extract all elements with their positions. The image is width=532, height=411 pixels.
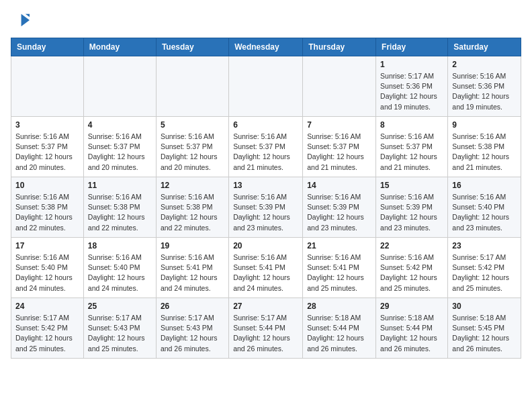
- calendar-cell: [229, 56, 303, 117]
- day-number: 3: [15, 120, 79, 130]
- day-info: Sunrise: 5:17 AM Sunset: 5:42 PM Dayligh…: [15, 313, 79, 354]
- day-number: 13: [233, 181, 298, 190]
- calendar-cell: 16Sunrise: 5:16 AM Sunset: 5:40 PM Dayli…: [448, 177, 521, 238]
- calendar-cell: 14Sunrise: 5:16 AM Sunset: 5:39 PM Dayli…: [303, 177, 376, 238]
- day-info: Sunrise: 5:17 AM Sunset: 5:36 PM Dayligh…: [380, 71, 443, 112]
- calendar-cell: 3Sunrise: 5:16 AM Sunset: 5:37 PM Daylig…: [11, 117, 84, 177]
- calendar-table: SundayMondayTuesdayWednesdayThursdayFrid…: [11, 38, 521, 359]
- day-info: Sunrise: 5:16 AM Sunset: 5:41 PM Dayligh…: [233, 253, 298, 293]
- day-info: Sunrise: 5:18 AM Sunset: 5:44 PM Dayligh…: [380, 313, 443, 354]
- day-info: Sunrise: 5:16 AM Sunset: 5:37 PM Dayligh…: [380, 132, 443, 173]
- calendar-cell: 1Sunrise: 5:17 AM Sunset: 5:36 PM Daylig…: [376, 56, 448, 117]
- day-info: Sunrise: 5:16 AM Sunset: 5:37 PM Dayligh…: [307, 132, 371, 173]
- day-number: 24: [15, 302, 79, 311]
- weekday-header-wednesday: Wednesday: [229, 38, 303, 56]
- calendar-cell: 17Sunrise: 5:16 AM Sunset: 5:40 PM Dayli…: [11, 238, 84, 298]
- calendar-cell: 15Sunrise: 5:16 AM Sunset: 5:39 PM Dayli…: [376, 177, 448, 238]
- day-number: 5: [161, 120, 224, 130]
- calendar-cell: 12Sunrise: 5:16 AM Sunset: 5:38 PM Dayli…: [156, 177, 228, 238]
- day-info: Sunrise: 5:16 AM Sunset: 5:37 PM Dayligh…: [233, 132, 298, 173]
- calendar-week-5: 24Sunrise: 5:17 AM Sunset: 5:42 PM Dayli…: [11, 298, 521, 359]
- day-number: 28: [307, 302, 371, 311]
- calendar-cell: 13Sunrise: 5:16 AM Sunset: 5:39 PM Dayli…: [229, 177, 303, 238]
- day-number: 2: [452, 60, 517, 69]
- day-info: Sunrise: 5:16 AM Sunset: 5:37 PM Dayligh…: [15, 132, 79, 173]
- calendar-cell: 10Sunrise: 5:16 AM Sunset: 5:38 PM Dayli…: [11, 177, 84, 238]
- calendar-cell: 22Sunrise: 5:16 AM Sunset: 5:42 PM Dayli…: [376, 238, 448, 298]
- weekday-header-thursday: Thursday: [303, 38, 376, 56]
- weekday-header-friday: Friday: [376, 38, 448, 56]
- day-number: 21: [307, 241, 371, 250]
- calendar-cell: 27Sunrise: 5:17 AM Sunset: 5:44 PM Dayli…: [229, 298, 303, 359]
- calendar-cell: 24Sunrise: 5:17 AM Sunset: 5:42 PM Dayli…: [11, 298, 84, 359]
- calendar-cell: 5Sunrise: 5:16 AM Sunset: 5:37 PM Daylig…: [156, 117, 228, 177]
- day-info: Sunrise: 5:16 AM Sunset: 5:41 PM Dayligh…: [307, 253, 371, 293]
- day-number: 25: [88, 302, 152, 311]
- day-info: Sunrise: 5:16 AM Sunset: 5:42 PM Dayligh…: [380, 253, 443, 293]
- weekday-header-saturday: Saturday: [448, 38, 521, 56]
- calendar-cell: 8Sunrise: 5:16 AM Sunset: 5:37 PM Daylig…: [376, 117, 448, 177]
- day-info: Sunrise: 5:16 AM Sunset: 5:39 PM Dayligh…: [307, 192, 371, 233]
- day-info: Sunrise: 5:18 AM Sunset: 5:44 PM Dayligh…: [307, 313, 371, 354]
- calendar-cell: [11, 56, 84, 117]
- day-number: 9: [452, 120, 517, 130]
- day-number: 26: [161, 302, 224, 311]
- day-info: Sunrise: 5:17 AM Sunset: 5:43 PM Dayligh…: [161, 313, 224, 354]
- day-info: Sunrise: 5:16 AM Sunset: 5:37 PM Dayligh…: [161, 132, 224, 173]
- day-info: Sunrise: 5:16 AM Sunset: 5:40 PM Dayligh…: [452, 192, 517, 233]
- calendar-week-2: 3Sunrise: 5:16 AM Sunset: 5:37 PM Daylig…: [11, 117, 521, 177]
- day-number: 17: [15, 241, 79, 250]
- day-number: 19: [161, 241, 224, 250]
- day-info: Sunrise: 5:16 AM Sunset: 5:39 PM Dayligh…: [233, 192, 298, 233]
- day-number: 4: [88, 120, 152, 130]
- day-number: 1: [380, 60, 443, 69]
- calendar-cell: 18Sunrise: 5:16 AM Sunset: 5:40 PM Dayli…: [83, 238, 156, 298]
- day-info: Sunrise: 5:16 AM Sunset: 5:36 PM Dayligh…: [452, 71, 517, 112]
- day-number: 12: [161, 181, 224, 190]
- calendar-cell: 29Sunrise: 5:18 AM Sunset: 5:44 PM Dayli…: [376, 298, 448, 359]
- calendar-cell: 23Sunrise: 5:17 AM Sunset: 5:42 PM Dayli…: [448, 238, 521, 298]
- calendar-cell: 30Sunrise: 5:18 AM Sunset: 5:45 PM Dayli…: [448, 298, 521, 359]
- day-number: 11: [88, 181, 152, 190]
- day-info: Sunrise: 5:16 AM Sunset: 5:37 PM Dayligh…: [88, 132, 152, 173]
- day-number: 7: [307, 120, 371, 130]
- calendar-cell: [83, 56, 156, 117]
- weekday-header-tuesday: Tuesday: [156, 38, 228, 56]
- calendar-cell: 11Sunrise: 5:16 AM Sunset: 5:38 PM Dayli…: [83, 177, 156, 238]
- day-number: 30: [452, 302, 517, 311]
- day-number: 10: [15, 181, 79, 190]
- day-number: 15: [380, 181, 443, 190]
- calendar-cell: 6Sunrise: 5:16 AM Sunset: 5:37 PM Daylig…: [229, 117, 303, 177]
- weekday-header-sunday: Sunday: [11, 38, 84, 56]
- day-number: 23: [452, 241, 517, 250]
- day-info: Sunrise: 5:16 AM Sunset: 5:41 PM Dayligh…: [161, 253, 224, 293]
- calendar-cell: 4Sunrise: 5:16 AM Sunset: 5:37 PM Daylig…: [83, 117, 156, 177]
- day-info: Sunrise: 5:16 AM Sunset: 5:40 PM Dayligh…: [88, 253, 152, 293]
- day-number: 16: [452, 181, 517, 190]
- day-number: 22: [380, 241, 443, 250]
- day-info: Sunrise: 5:17 AM Sunset: 5:44 PM Dayligh…: [233, 313, 298, 354]
- calendar-week-4: 17Sunrise: 5:16 AM Sunset: 5:40 PM Dayli…: [11, 238, 521, 298]
- day-info: Sunrise: 5:16 AM Sunset: 5:38 PM Dayligh…: [452, 132, 517, 173]
- weekday-header-monday: Monday: [83, 38, 156, 56]
- day-info: Sunrise: 5:16 AM Sunset: 5:38 PM Dayligh…: [15, 192, 79, 233]
- day-info: Sunrise: 5:17 AM Sunset: 5:42 PM Dayligh…: [452, 253, 517, 293]
- logo-icon: [11, 11, 30, 30]
- calendar-cell: [156, 56, 228, 117]
- page-header: [11, 11, 521, 30]
- day-number: 6: [233, 120, 298, 130]
- day-info: Sunrise: 5:17 AM Sunset: 5:43 PM Dayligh…: [88, 313, 152, 354]
- day-number: 20: [233, 241, 298, 250]
- calendar-week-3: 10Sunrise: 5:16 AM Sunset: 5:38 PM Dayli…: [11, 177, 521, 238]
- day-info: Sunrise: 5:16 AM Sunset: 5:40 PM Dayligh…: [15, 253, 79, 293]
- weekday-header-row: SundayMondayTuesdayWednesdayThursdayFrid…: [11, 38, 521, 56]
- calendar-cell: 25Sunrise: 5:17 AM Sunset: 5:43 PM Dayli…: [83, 298, 156, 359]
- calendar-cell: 7Sunrise: 5:16 AM Sunset: 5:37 PM Daylig…: [303, 117, 376, 177]
- day-number: 18: [88, 241, 152, 250]
- day-number: 14: [307, 181, 371, 190]
- day-number: 8: [380, 120, 443, 130]
- calendar-cell: 26Sunrise: 5:17 AM Sunset: 5:43 PM Dayli…: [156, 298, 228, 359]
- calendar-cell: 21Sunrise: 5:16 AM Sunset: 5:41 PM Dayli…: [303, 238, 376, 298]
- calendar-week-1: 1Sunrise: 5:17 AM Sunset: 5:36 PM Daylig…: [11, 56, 521, 117]
- day-info: Sunrise: 5:16 AM Sunset: 5:39 PM Dayligh…: [380, 192, 443, 233]
